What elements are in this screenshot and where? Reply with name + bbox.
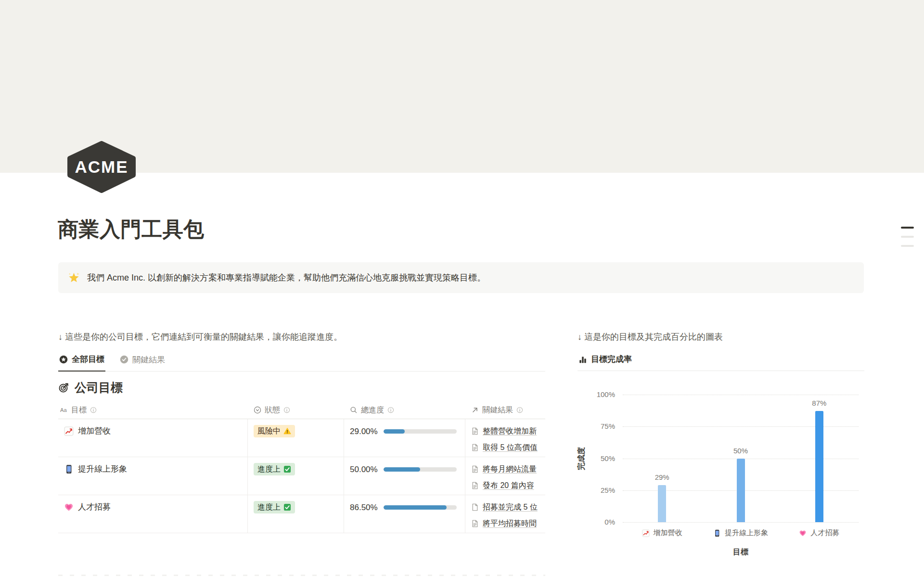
gridline	[623, 395, 859, 395]
goal-name[interactable]: 人才招募	[78, 501, 111, 513]
notion-page: ACME 商業入門工具包 我們 Acme Inc. 以創新的解決方案和專業指導賦…	[0, 0, 924, 577]
bar-chart-icon	[578, 355, 587, 364]
tab-label: 關鍵結果	[132, 354, 165, 365]
toc-line	[901, 227, 914, 229]
goal-completion-bar-chart: 完成度 目標 0%25%50%75%100%29%增加營收50%提升線上形象87…	[623, 395, 859, 522]
key-result-link[interactable]: 取得 5 位高價值	[483, 443, 538, 453]
status-badge: 進度上	[254, 463, 295, 475]
column-label: 目標	[71, 405, 87, 415]
mobile-phone-icon	[64, 464, 74, 474]
table-row: 增加營收風險中29.00%整體營收增加新取得 5 位高價值	[58, 419, 545, 457]
progress-bar-fill	[384, 467, 420, 472]
chart-title-tab[interactable]: 目標完成率	[578, 349, 633, 371]
column-header-progress[interactable]: 總進度	[344, 405, 465, 415]
status-badge: 進度上	[254, 501, 295, 513]
tab-key-results[interactable]: 關鍵結果	[119, 349, 166, 371]
info-icon[interactable]	[516, 407, 523, 413]
status-cell[interactable]: 進度上	[248, 495, 344, 533]
page-title: 商業入門工具包	[58, 216, 205, 244]
column-header-status[interactable]: 狀態	[248, 405, 344, 415]
page-icon	[471, 444, 479, 451]
progress-bar	[384, 467, 457, 472]
goal-cell[interactable]: 提升線上形象	[58, 457, 248, 495]
page-cover[interactable]	[0, 0, 924, 173]
table-header: Aa 目標 狀態 總進度 關鍵結果	[58, 401, 545, 419]
key-result-link[interactable]: 發布 20 篇內容	[483, 481, 534, 491]
acme-hexagon-icon: ACME	[66, 141, 137, 193]
toc-line	[901, 236, 914, 238]
key-result-link[interactable]: 將每月網站流量	[483, 464, 537, 474]
column-label: 關鍵結果	[482, 405, 513, 415]
chart-title: 目標完成率	[591, 354, 632, 365]
svg-text:Aa: Aa	[60, 407, 67, 413]
status-label: 風險中	[257, 426, 281, 436]
progress-cell: 50.00%	[344, 457, 465, 495]
page-icon	[471, 465, 479, 473]
svg-text:ACME: ACME	[75, 157, 128, 176]
goal-cell[interactable]: 人才招募	[58, 495, 248, 533]
section-title: 公司目標	[75, 380, 123, 396]
y-tick-label: 0%	[581, 517, 615, 527]
key-result-link[interactable]: 將平均招募時間	[483, 519, 537, 529]
tab-all-goals[interactable]: 全部目標	[58, 349, 105, 372]
info-icon[interactable]	[283, 407, 290, 413]
column-header-goal[interactable]: Aa 目標	[58, 405, 248, 415]
bar-value-label: 50%	[733, 446, 748, 456]
goal-name[interactable]: 提升線上形象	[78, 463, 127, 475]
x-axis-title: 目標	[733, 547, 748, 557]
progress-bar	[384, 505, 457, 510]
x-category-label: 增加營收	[642, 528, 682, 538]
goals-intro: ↓ 這些是你的公司目標，它們連結到可衡量的關鍵結果，讓你能追蹤進度。	[58, 331, 545, 343]
key-results-cell: 整體營收增加新取得 5 位高價值	[465, 419, 545, 457]
warning-icon	[283, 427, 291, 435]
bar	[815, 411, 823, 522]
goal-name[interactable]: 增加營收	[78, 425, 111, 437]
gridline	[623, 522, 859, 523]
key-result-item: 整體營收增加新	[471, 423, 541, 439]
growing-heart-icon	[799, 529, 807, 537]
page-icon	[471, 503, 479, 511]
bar-value-label: 29%	[655, 473, 669, 482]
y-tick-label: 100%	[581, 390, 615, 399]
chart-increasing-icon	[642, 529, 650, 537]
check-circle-icon	[120, 355, 128, 364]
y-tick-label: 25%	[581, 486, 615, 495]
info-icon[interactable]	[90, 407, 97, 413]
target-icon	[58, 382, 70, 393]
status-label: 進度上	[257, 502, 281, 513]
x-category-label: 提升線上形象	[713, 528, 768, 538]
chart-column: ↓ 這是你的目標及其完成百分比的圖表 目標完成率	[578, 331, 864, 371]
table-row: 提升線上形象進度上50.00%將每月網站流量發布 20 篇內容	[58, 457, 545, 495]
check-icon	[283, 503, 291, 511]
goal-cell[interactable]: 增加營收	[58, 419, 248, 457]
key-results-cell: 招募並完成 5 位將平均招募時間	[465, 495, 545, 533]
category-text: 提升線上形象	[725, 528, 768, 538]
progress-cell: 29.00%	[344, 419, 465, 457]
info-icon[interactable]	[387, 407, 394, 413]
status-label: 進度上	[257, 464, 281, 474]
progress-bar-fill	[384, 505, 447, 510]
key-result-item: 取得 5 位高價值	[471, 439, 541, 456]
chart-header-bar: 目標完成率	[578, 349, 864, 371]
column-header-key-results[interactable]: 關鍵結果	[465, 405, 545, 415]
column-label: 總進度	[361, 405, 384, 415]
progress-cell: 86.50%	[344, 495, 465, 533]
category-text: 增加營收	[654, 528, 682, 538]
column-label: 狀態	[265, 405, 280, 415]
toc-indicator[interactable]	[901, 227, 914, 247]
chart-intro: ↓ 這是你的目標及其完成百分比的圖表	[578, 331, 864, 343]
key-result-link[interactable]: 整體營收增加新	[483, 426, 537, 436]
key-result-item: 將每月網站流量	[471, 461, 541, 477]
status-cell[interactable]: 進度上	[248, 457, 344, 495]
key-result-link[interactable]: 招募並完成 5 位	[483, 502, 538, 513]
star-circle-icon	[59, 355, 68, 364]
callout-text: 我們 Acme Inc. 以創新的解決方案和專業指導賦能企業，幫助他們充滿信心地…	[87, 272, 486, 283]
y-tick-label: 50%	[581, 454, 615, 463]
status-cell[interactable]: 風險中	[248, 419, 344, 457]
key-result-item: 招募並完成 5 位	[471, 499, 541, 515]
y-tick-label: 75%	[581, 422, 615, 431]
x-category-label: 人才招募	[799, 528, 839, 538]
mobile-phone-icon	[713, 529, 721, 537]
glowing-star-icon	[67, 271, 80, 284]
acme-logo: ACME	[66, 141, 137, 193]
